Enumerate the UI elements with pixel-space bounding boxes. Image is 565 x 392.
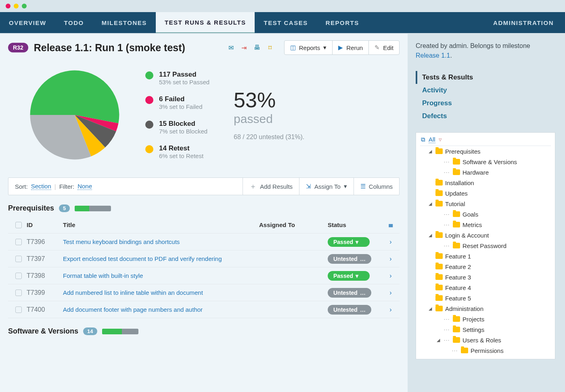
status-pill[interactable]: Untested … — [328, 288, 371, 298]
tree-label: Metrics — [462, 221, 482, 228]
chevron-down-icon: ▿ — [439, 136, 442, 143]
reports-button[interactable]: ◫Reports▾ — [284, 40, 333, 55]
nav-todo[interactable]: TODO — [55, 12, 93, 33]
tree-node[interactable]: Feature 1 — [420, 251, 551, 261]
test-link[interactable]: Add document footer with page numbers an… — [63, 306, 203, 313]
tree-node[interactable]: ⋯Software & Versions — [420, 156, 551, 167]
legend-row: 6 Failed 3% set to Failed — [145, 95, 209, 110]
columns-button[interactable]: ☰Columns — [354, 178, 399, 195]
export-icon[interactable]: ⇥ — [240, 43, 249, 52]
pass-summary: 53% passed 68 / 220 untested (31%). — [234, 88, 304, 142]
nav-milestones[interactable]: MILESTONES — [93, 12, 156, 33]
pass-word: passed — [234, 112, 304, 126]
print-icon[interactable]: 🖶 — [253, 43, 262, 52]
assign-to-button[interactable]: ⇲Assign To▾ — [299, 178, 354, 195]
sidebar-tabs: Tests & Results Activity Progress Defect… — [416, 71, 555, 123]
sort-control[interactable]: Sort: Section | Filter: None — [8, 178, 98, 195]
pass-pct: 53% — [234, 88, 304, 112]
minimize-dot[interactable] — [14, 4, 19, 8]
tree-toggle-icon[interactable]: ◢ — [427, 201, 433, 206]
test-link[interactable]: Test menu keyboard bindings and shortcut… — [63, 238, 180, 245]
folder-icon — [453, 211, 460, 217]
section-progress — [75, 206, 111, 211]
filter-value[interactable]: None — [77, 183, 92, 190]
tree-label: Hardware — [462, 169, 489, 176]
sort-value[interactable]: Section — [31, 183, 51, 190]
columns-icon[interactable]: ≣ — [384, 221, 397, 229]
nav-overview[interactable]: OVERVIEW — [0, 12, 55, 33]
row-checkbox[interactable] — [15, 307, 22, 313]
tree-node[interactable]: ⋯Hardware — [420, 167, 551, 177]
row-checkbox[interactable] — [15, 239, 22, 245]
lock-icon[interactable]: ⌑ — [266, 43, 274, 52]
row-checkbox[interactable] — [15, 290, 22, 296]
row-expand[interactable]: › — [384, 306, 397, 313]
tree-node[interactable]: Feature 2 — [420, 261, 551, 272]
th-assigned[interactable]: Assigned To — [259, 221, 328, 228]
test-link[interactable]: Export enclosed test document to PDF and… — [63, 255, 222, 262]
close-dot[interactable] — [6, 4, 10, 8]
tree-node[interactable]: ⋯Settings — [420, 324, 551, 335]
th-status[interactable]: Status — [328, 221, 384, 228]
legend-title: 117 Passed — [159, 71, 209, 79]
tree-toggle-icon[interactable]: ◢ — [427, 306, 433, 311]
test-id: T7399 — [27, 289, 63, 296]
nav-testruns[interactable]: TEST RUNS & RESULTS — [156, 12, 255, 33]
select-all-checkbox[interactable] — [15, 222, 22, 228]
tree-label: Updates — [445, 190, 468, 197]
tree-node[interactable]: Feature 4 — [420, 282, 551, 293]
tree-node[interactable]: ◢Administration — [420, 303, 551, 314]
th-title[interactable]: Title — [63, 221, 259, 228]
tree-node[interactable]: Feature 3 — [420, 272, 551, 282]
add-results-button[interactable]: ＋Add Results — [243, 178, 299, 195]
status-pie-chart — [28, 69, 121, 161]
th-id[interactable]: ID — [27, 221, 63, 228]
tree-label: Feature 3 — [445, 274, 471, 281]
edit-button[interactable]: ✎Edit — [368, 40, 400, 55]
nav-reports[interactable]: REPORTS — [317, 12, 368, 33]
tree-node[interactable]: ⋯Metrics — [420, 219, 551, 230]
tree-label: Administration — [445, 305, 483, 312]
tree-node[interactable]: ⋯Reset Password — [420, 240, 551, 251]
section-progress — [102, 329, 138, 334]
sidebar-tab-progress[interactable]: Progress — [417, 97, 555, 110]
rerun-button[interactable]: ▶Rerun — [332, 40, 369, 55]
sidebar-tab-tests[interactable]: Tests & Results — [416, 71, 555, 84]
row-expand[interactable]: › — [384, 272, 397, 279]
tree-node[interactable]: ◢Tutorial — [420, 198, 551, 209]
legend-sub: 53% set to Passed — [159, 79, 209, 85]
status-pill[interactable]: Passed ▾ — [328, 237, 370, 247]
milestone-link[interactable]: Release 1.1 — [416, 52, 450, 59]
tree-node[interactable]: ⋯Permissions — [420, 345, 551, 356]
status-pill[interactable]: Passed ▾ — [328, 271, 370, 281]
tree-node[interactable]: Feature 5 — [420, 293, 551, 303]
mail-check-icon[interactable]: ✉ — [227, 43, 236, 52]
tree-toggle-icon[interactable]: ◢ — [427, 233, 433, 238]
row-checkbox[interactable] — [15, 273, 22, 279]
tree-node[interactable]: Installation — [420, 177, 551, 188]
row-checkbox[interactable] — [15, 256, 22, 262]
nav-testcases[interactable]: TEST CASES — [255, 12, 316, 33]
section-header: Software & Versions 14 — [0, 318, 408, 340]
sidebar-tab-defects[interactable]: Defects — [417, 110, 555, 123]
tree-node[interactable]: ⋯Goals — [420, 209, 551, 219]
status-pill[interactable]: Untested … — [328, 254, 371, 264]
maximize-dot[interactable] — [22, 4, 27, 8]
tree-node[interactable]: Updates — [420, 188, 551, 198]
tree-toggle-icon[interactable]: ◢ — [427, 149, 433, 154]
tree-node[interactable]: ◢Prerequisites — [420, 146, 551, 156]
row-expand[interactable]: › — [384, 289, 397, 296]
test-link[interactable]: Format table with built-in style — [63, 272, 143, 279]
tree-node[interactable]: ⋯Projects — [420, 314, 551, 324]
status-pill[interactable]: Untested … — [328, 305, 371, 315]
sidebar-meta: Created by admin. Belongs to milestone R… — [416, 41, 555, 60]
test-link[interactable]: Add numbered list to inline table within… — [63, 289, 203, 296]
tree-all[interactable]: ⧉ All ▿ — [420, 136, 551, 146]
nav-admin[interactable]: ADMINISTRATION — [482, 12, 565, 33]
tree-node[interactable]: ◢Login & Account — [420, 230, 551, 240]
tree-node[interactable]: ◢⋯Users & Roles — [420, 335, 551, 345]
tree-toggle-icon[interactable]: ◢ — [435, 338, 441, 343]
row-expand[interactable]: › — [384, 255, 397, 263]
row-expand[interactable]: › — [384, 238, 397, 246]
sidebar-tab-activity[interactable]: Activity — [417, 84, 555, 97]
